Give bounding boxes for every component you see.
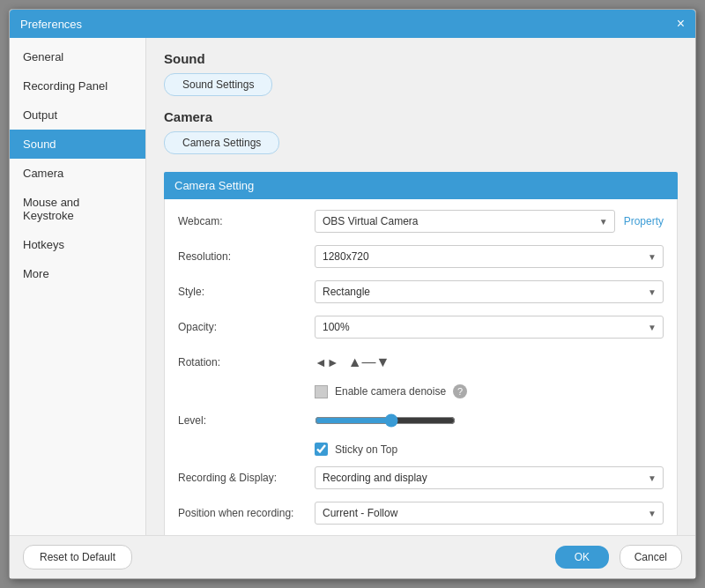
bottom-bar: Reset to Default OK Cancel <box>10 535 695 578</box>
rotation-flip-v-button[interactable]: ▲―▼ <box>348 354 390 370</box>
sticky-checkbox[interactable] <box>315 443 328 456</box>
sound-section-title: Sound <box>164 51 678 66</box>
level-slider-container <box>315 413 664 428</box>
camera-settings-button[interactable]: Camera Settings <box>164 131 279 154</box>
position-select[interactable]: Current - Follow <box>315 502 664 525</box>
title-bar: Preferences × <box>10 10 695 38</box>
level-row: Level: <box>178 407 664 434</box>
bottom-ok-button[interactable]: OK <box>555 546 609 569</box>
denoise-row: Enable camera denoise ? <box>315 384 664 398</box>
sidebar-item-output[interactable]: Output <box>10 100 145 130</box>
level-slider[interactable] <box>315 413 456 428</box>
panel-header: Camera Setting <box>164 172 678 199</box>
denoise-checkbox[interactable] <box>315 385 328 398</box>
style-row: Style: Rectangle <box>178 279 664 305</box>
content-area: General Recording Panel Output Sound Cam… <box>10 38 695 535</box>
rotation-controls: ◄► ▲―▼ <box>315 354 390 370</box>
rotation-label: Rotation: <box>178 356 315 368</box>
webcam-select[interactable]: OBS Virtual Camera <box>315 210 615 233</box>
panel-body: Webcam: OBS Virtual Camera Property <box>164 199 678 535</box>
close-button[interactable]: × <box>677 17 685 31</box>
camera-setting-panel: Camera Setting Webcam: OBS Virtual Camer… <box>164 172 678 535</box>
recording-display-label: Recording & Display: <box>178 472 315 484</box>
sidebar-item-general[interactable]: General <box>10 42 145 71</box>
style-label: Style: <box>178 286 315 298</box>
sound-settings-button[interactable]: Sound Settings <box>164 73 272 96</box>
sidebar-item-mouse-keystroke[interactable]: Mouse and Keystroke <box>10 188 145 230</box>
preferences-window: Preferences × General Recording Panel Ou… <box>9 9 696 579</box>
rotation-row: Rotation: ◄► ▲―▼ <box>178 349 664 376</box>
resolution-label: Resolution: <box>178 250 315 263</box>
sidebar: General Recording Panel Output Sound Cam… <box>10 38 146 535</box>
webcam-row: Webcam: OBS Virtual Camera Property <box>178 208 664 234</box>
sticky-label: Sticky on Top <box>335 443 397 456</box>
property-link[interactable]: Property <box>624 215 664 227</box>
sticky-row: Sticky on Top <box>315 443 664 456</box>
opacity-select[interactable]: 100% <box>315 316 664 339</box>
main-content: Sound Sound Settings Camera Camera Setti… <box>146 38 695 535</box>
denoise-label: Enable camera denoise <box>335 385 446 398</box>
opacity-row: Opacity: 100% <box>178 314 664 340</box>
reset-to-default-button[interactable]: Reset to Default <box>23 545 132 569</box>
sidebar-item-hotkeys[interactable]: Hotkeys <box>10 230 145 259</box>
position-label: Position when recording: <box>178 507 315 519</box>
sidebar-item-recording-panel[interactable]: Recording Panel <box>10 71 145 100</box>
help-icon[interactable]: ? <box>453 384 467 398</box>
recording-display-select[interactable]: Recording and display <box>315 466 664 489</box>
bottom-ok-cancel: OK Cancel <box>555 545 682 569</box>
resolution-row: Resolution: 1280x720 <box>178 243 664 270</box>
sidebar-item-camera[interactable]: Camera <box>10 159 145 188</box>
webcam-label: Webcam: <box>178 215 315 227</box>
resolution-select[interactable]: 1280x720 <box>315 245 664 268</box>
camera-section-title: Camera <box>164 109 678 124</box>
opacity-label: Opacity: <box>178 321 315 333</box>
rotation-flip-h-button[interactable]: ◄► <box>315 355 339 369</box>
level-label: Level: <box>178 414 315 427</box>
sidebar-item-sound[interactable]: Sound <box>10 130 145 159</box>
position-row: Position when recording: Current - Follo… <box>178 500 664 526</box>
window-title: Preferences <box>20 18 82 31</box>
style-select[interactable]: Rectangle <box>315 280 664 303</box>
recording-display-row: Recording & Display: Recording and displ… <box>178 465 664 491</box>
bottom-cancel-button[interactable]: Cancel <box>620 545 682 569</box>
sidebar-item-more[interactable]: More <box>10 259 145 288</box>
